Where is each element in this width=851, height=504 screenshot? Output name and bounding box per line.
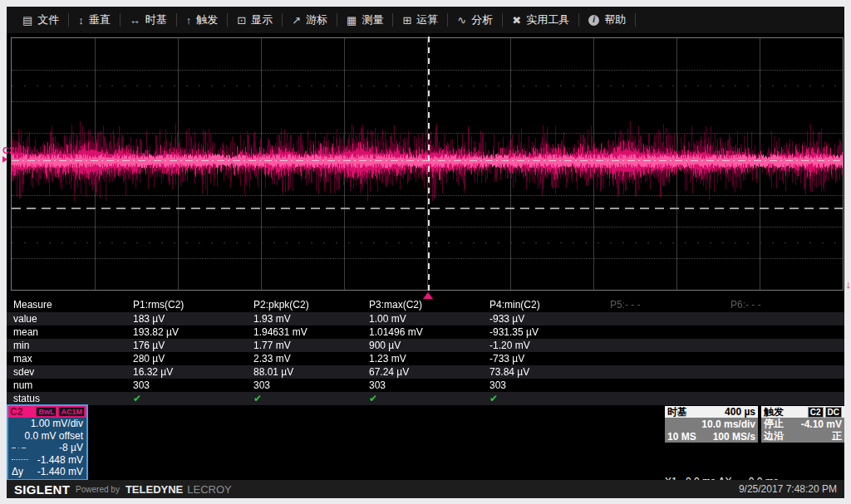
cell: 1.93 mV xyxy=(253,312,369,325)
measure-p5-header[interactable]: P5:- - - xyxy=(610,297,730,312)
help-icon: i xyxy=(588,15,599,26)
menu-bar: ▤文件 ↕垂直 ↔时基 ↑触发 ⊡显示 ↗游标 ▦测量 ⊞运算 ∿分析 ✖实用工… xyxy=(7,7,844,33)
cell: 183 µV xyxy=(133,312,253,325)
cell xyxy=(730,365,844,379)
cell xyxy=(610,379,730,392)
memory-depth: 10 MS xyxy=(667,431,696,443)
cell: 303 xyxy=(133,379,253,392)
channel-box-header: C2 BwL AC1M xyxy=(8,406,86,418)
channel-marker-label: C2 xyxy=(2,145,14,155)
cell: 88.01 µV xyxy=(253,365,369,379)
channel-name: C2 xyxy=(10,407,22,418)
measure-table: Measure P1:rms(C2) P2:pkpk(C2) P3:max(C2… xyxy=(7,297,844,405)
menu-item-measure[interactable]: ▦测量 xyxy=(337,7,392,33)
menu-item-vertical[interactable]: ↕垂直 xyxy=(69,7,120,33)
channel-marker-arrow-icon xyxy=(2,156,7,163)
channel-descriptor-box[interactable]: C2 BwL AC1M 1.00 mV/div 0.0 mV offset -8… xyxy=(7,404,88,481)
menu-item-file[interactable]: ▤文件 xyxy=(13,7,68,33)
measure-p4-header[interactable]: P4:min(C2) xyxy=(489,297,610,312)
math-icon: ⊞ xyxy=(402,15,411,26)
row-label: mean xyxy=(13,325,133,339)
menu-item-analysis[interactable]: ∿分析 xyxy=(448,7,502,33)
menu-item-label: 帮助 xyxy=(604,12,626,27)
trigger-coupling-badge: DC xyxy=(825,407,842,418)
trigger-type: 边沿 xyxy=(764,429,784,443)
menu-item-label: 分析 xyxy=(471,12,493,27)
cell: 303 xyxy=(253,379,369,392)
trigger-icon: ↑ xyxy=(186,15,192,26)
cell: 1.94631 mV xyxy=(253,325,369,339)
cell: 1.01496 mV xyxy=(369,325,489,339)
cell: 303 xyxy=(489,379,610,392)
trigger-source-badge: C2 xyxy=(808,407,824,418)
table-row: num 303 303 303 303 xyxy=(7,379,844,392)
timebase-body: 10.0 ms/div 10 MS 100 MS/s xyxy=(665,418,758,443)
channel-position-marker[interactable]: C2 xyxy=(2,146,14,163)
table-row: mean 193.82 µV 1.94631 mV 1.01496 mV -93… xyxy=(7,325,844,339)
status-check-icon xyxy=(730,392,844,405)
cell: -1.20 mV xyxy=(489,339,610,352)
scope-ui: ▤文件 ↕垂直 ↔时基 ↑触发 ⊡显示 ↗游标 ▦测量 ⊞运算 ∿分析 ✖实用工… xyxy=(7,7,844,498)
cell: 16.32 µV xyxy=(133,365,253,379)
timebase-scale-row: 10.0 ms/div xyxy=(665,418,758,430)
cursor-y1-readout: -8 µV xyxy=(8,442,86,454)
cursor-y2-line[interactable] xyxy=(12,208,843,209)
status-check-icon: ✔ xyxy=(133,392,253,405)
menu-item-math[interactable]: ⊞运算 xyxy=(393,7,447,33)
table-row: min 176 µV 1.77 mV 900 µV -1.20 mV xyxy=(7,339,844,352)
cell xyxy=(730,312,844,325)
channel-offset: 0.0 mV offset xyxy=(8,430,86,443)
timebase-sampling-row: 10 MS 100 MS/s xyxy=(665,430,758,443)
channel-scale: 1.00 mV/div xyxy=(8,418,86,430)
sample-rate: 100 MS/s xyxy=(713,431,755,443)
cell: 2.33 mV xyxy=(253,352,369,365)
cursor-icon: ↗ xyxy=(292,15,301,26)
cursor-y1-line[interactable] xyxy=(12,160,843,161)
measure-p1-header[interactable]: P1:rms(C2) xyxy=(133,297,253,312)
measure-p6-header[interactable]: P6:- - - xyxy=(730,297,844,312)
trigger-level: -4.10 mV xyxy=(801,418,842,430)
menu-item-utilities[interactable]: ✖实用工具 xyxy=(503,7,578,33)
trigger-slope: 正 xyxy=(832,429,842,443)
cell: 303 xyxy=(369,379,489,392)
row-label: status xyxy=(13,392,133,405)
menu-item-label: 触发 xyxy=(196,12,218,27)
datetime-display: 9/25/2017 7:48:20 PM xyxy=(739,483,837,495)
menu-item-timebase[interactable]: ↔时基 xyxy=(121,7,176,33)
cell xyxy=(610,325,730,339)
menu-item-label: 游标 xyxy=(306,12,327,27)
menu-item-help[interactable]: i帮助 xyxy=(579,7,635,33)
row-label: value xyxy=(13,312,133,325)
cell: 1.00 mV xyxy=(369,312,489,325)
status-check-icon xyxy=(610,392,730,405)
cell: 67.24 µV xyxy=(369,365,489,379)
menu-item-label: 垂直 xyxy=(89,12,111,27)
measure-p2-header[interactable]: P2:pkpk(C2) xyxy=(253,297,369,312)
cell: -733 µV xyxy=(489,352,610,365)
measure-p3-header[interactable]: P3:max(C2) xyxy=(369,297,489,312)
utility-icon: ✖ xyxy=(512,15,521,26)
graticule: ↓ C2 xyxy=(11,37,844,291)
status-check-icon: ✔ xyxy=(253,392,369,405)
status-check-icon: ✔ xyxy=(489,392,610,405)
measure-icon: ▦ xyxy=(347,15,357,26)
timebase-title: 时基 xyxy=(667,405,687,419)
status-bar: SIGLENT Powered by TELEDYNE LECROY 9/25/… xyxy=(7,480,844,498)
vertical-icon: ↕ xyxy=(78,15,84,26)
menu-item-label: 运算 xyxy=(416,12,438,27)
cell: 900 µV xyxy=(369,339,489,352)
trigger-level-marker[interactable]: ↓ xyxy=(846,281,851,289)
lecroy-logo: LECROY xyxy=(187,483,231,496)
trigger-header: 触发 C2 DC xyxy=(761,406,844,418)
menu-item-display[interactable]: ⊡显示 xyxy=(228,7,282,33)
menu-item-trigger[interactable]: ↑触发 xyxy=(177,7,228,33)
cell: 193.82 µV xyxy=(133,325,253,339)
row-label: max xyxy=(13,352,133,365)
cell: -931.35 µV xyxy=(489,325,610,339)
menu-item-cursors[interactable]: ↗游标 xyxy=(283,7,337,33)
cell: 280 µV xyxy=(133,352,253,365)
timebase-icon: ↔ xyxy=(130,15,140,26)
timebase-panel[interactable]: 时基 400 µs 10.0 ms/div 10 MS 100 MS/s xyxy=(665,406,758,443)
trigger-panel[interactable]: 触发 C2 DC 停止 -4.10 mV 边沿 正 xyxy=(761,406,844,443)
trigger-position-line[interactable] xyxy=(428,37,430,291)
